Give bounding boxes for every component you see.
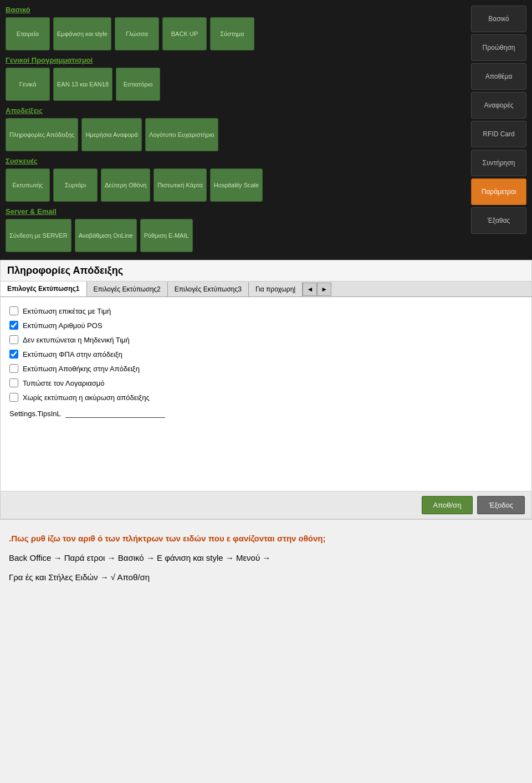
tab-print2[interactable]: Επιλογές Εκτύπωσης2 <box>87 282 168 296</box>
save-button[interactable]: Αποθ/ση <box>422 496 473 514</box>
logo-btn[interactable]: Λογότυπο Ευχαριστήριο <box>145 118 218 151</box>
cb-row-3: Εκτύπωση ΦΠΑ στην απόδειξη <box>9 347 523 361</box>
sidebar-parameters[interactable]: Παράμετροι <box>471 178 526 205</box>
middle-panel: Πληροφορίες Απόδειξης Επιλογές Εκτύπωσης… <box>0 260 532 519</box>
sidebar-basic[interactable]: Βασικό <box>471 6 526 32</box>
panel-title: Πληροφορίες Απόδειξης <box>1 260 531 282</box>
sidebar-promotion[interactable]: Προώθηση <box>471 34 526 61</box>
panel-footer: Αποθ/ση Έξοδος <box>1 491 531 519</box>
settings-tips-label: Settings.TipsInL <box>9 410 61 418</box>
tab-next-btn[interactable]: ► <box>317 283 331 296</box>
tab-prev-btn[interactable]: ◄ <box>303 283 317 296</box>
cb-label-price-label: Εκτύπωση επικέτας με Τιμή <box>23 307 111 315</box>
cb-cancel-no-print-label: Χωρίς εκτύπωση η ακύρωση απόδειξης <box>23 393 150 402</box>
basic-buttons-row: Εταιρεία Εμφάνιση και style Γλώσσα BACK … <box>6 17 467 50</box>
general-buttons-row: Γενικά EAN 13 και EAN18 Εστιατόριο <box>6 68 467 101</box>
backup-btn[interactable]: BACK UP <box>162 17 207 50</box>
cb-zero-price[interactable] <box>9 335 18 344</box>
drawer-btn[interactable]: Συρτάρι <box>53 168 98 202</box>
daily-report-btn[interactable]: Ημερήσια Αναφορά <box>81 118 141 151</box>
receipts-buttons-row: Πληροφορίες Απόδειξης Ημερήσια Αναφορά Λ… <box>6 118 467 151</box>
cb-vat-label: Εκτύπωση ΦΠΑ στην απόδειξη <box>23 350 122 359</box>
system-btn[interactable]: Σύστημα <box>210 17 254 50</box>
cb-row-5: Τυπώστε τον Λογαριασμό <box>9 376 523 390</box>
bottom-line2: Back Office → Παρά ετροι → Βασικό → Ε φά… <box>9 550 523 565</box>
cb-row-1: Εκτύπωση Αριθμού POS <box>9 318 523 332</box>
server-btn[interactable]: Σύνδεση με SERVER <box>6 219 71 252</box>
sidebar-reports[interactable]: Αναφορές <box>471 92 526 119</box>
cb-row-6: Χωρίς εκτύπωση η ακύρωση απόδειξης <box>9 390 523 405</box>
email-btn[interactable]: Ρύθμιση E-MAIL <box>140 219 193 252</box>
sidebar-stock[interactable]: Αποθέμα <box>471 63 526 90</box>
section-label-basic: Βασικό <box>6 6 467 14</box>
cb-row-0: Εκτύπωση επικέτας με Τιμή <box>9 304 523 318</box>
tabs-row: Επιλογές Εκτύπωσης1 Επιλογές Εκτύπωσης2 … <box>1 282 531 297</box>
cb-row-2: Δεν εκτυπώνεται η Μηδενική Τιμή <box>9 332 523 347</box>
online-upgrade-btn[interactable]: Αναβάθμιση OnLine <box>75 219 137 252</box>
receipt-info-btn[interactable]: Πληροφορίες Απόδειξης <box>6 118 78 151</box>
second-screen-btn[interactable]: Δεύτερη Οθόνη <box>101 168 150 202</box>
sidebar-exit-top[interactable]: Έξαθας <box>471 207 526 234</box>
tab-print1[interactable]: Επιλογές Εκτύπωσης1 <box>1 282 87 296</box>
section-label-devices: Συσκευές <box>6 157 467 165</box>
section-label-general: Γενικοί Προγραμματισμοί <box>6 56 467 64</box>
language-btn[interactable]: Γλώσσα <box>115 17 159 50</box>
tips-field[interactable] <box>65 409 165 418</box>
server-buttons-row: Σύνδεση με SERVER Αναβάθμιση OnLine Ρύθμ… <box>6 219 467 252</box>
exit-button[interactable]: Έξοδος <box>477 496 525 514</box>
devices-buttons-row: Εκτυπωτής Συρτάρι Δεύτερη Οθόνη Πιστωτικ… <box>6 168 467 202</box>
cb-pos-number[interactable] <box>9 321 18 330</box>
right-sidebar: Βασικό Προώθηση Αποθέμα Αναφορές RFID Ca… <box>471 6 526 254</box>
section-label-receipts: Αποδείξεις <box>6 106 467 115</box>
cb-account[interactable] <box>9 378 18 387</box>
sidebar-rfid[interactable]: RFID Card <box>471 121 526 147</box>
general-btn[interactable]: Γενικά <box>6 68 50 101</box>
hospitality-scale-btn[interactable]: Hospitality Scale <box>210 168 263 202</box>
restaurant-btn[interactable]: Εστιατόριο <box>116 68 160 101</box>
settings-tips-row: Settings.TipsInL <box>9 409 523 418</box>
panel-content: Εκτύπωση επικέτας με Τιμή Εκτύπωση Αριθμ… <box>1 297 531 491</box>
tab-advanced[interactable]: Για προχωρη| <box>249 282 303 296</box>
section-label-server: Server & Email <box>6 207 467 216</box>
tab-print3[interactable]: Επιλογές Εκτύπωσης3 <box>168 282 249 296</box>
cb-storage-label: Εκτύπωση Αποθήκης στην Απόδειξη <box>23 365 140 373</box>
sidebar-maintenance[interactable]: Συντήρηση <box>471 150 526 176</box>
cb-zero-price-label: Δεν εκτυπώνεται η Μηδενική Τιμή <box>23 336 130 344</box>
cb-storage[interactable] <box>9 364 18 373</box>
printer-btn[interactable]: Εκτυπωτής <box>6 168 50 202</box>
cb-account-label: Τυπώστε τον Λογαριασμό <box>23 379 104 387</box>
cb-label-price[interactable] <box>9 306 18 315</box>
credit-card-btn[interactable]: Πιστωτική Κάρτα <box>154 168 206 202</box>
top-panel: Βασικό Εταιρεία Εμφάνιση και style Γλώσσ… <box>0 0 532 260</box>
display-style-btn[interactable]: Εμφάνιση και style <box>53 17 111 50</box>
ean-btn[interactable]: EAN 13 και EAN18 <box>53 68 112 101</box>
main-area: Βασικό Εταιρεία Εμφάνιση και style Γλώσσ… <box>6 6 467 254</box>
company-btn[interactable]: Εταιρεία <box>6 17 50 50</box>
bottom-line3: Γρα ές και Στήλες Ειδών → √ Αποθ/ση <box>9 570 523 585</box>
cb-cancel-no-print[interactable] <box>9 393 18 402</box>
cb-row-4: Εκτύπωση Αποθήκης στην Απόδειξη <box>9 361 523 376</box>
cb-pos-number-label: Εκτύπωση Αριθμού POS <box>23 321 103 330</box>
bottom-highlight: .Πως ρυθ ίζω τον αριθ ό των πλήκτρων των… <box>9 534 326 543</box>
bottom-text: .Πως ρυθ ίζω τον αριθ ό των πλήκτρων των… <box>0 520 532 600</box>
cb-vat[interactable] <box>9 350 18 359</box>
